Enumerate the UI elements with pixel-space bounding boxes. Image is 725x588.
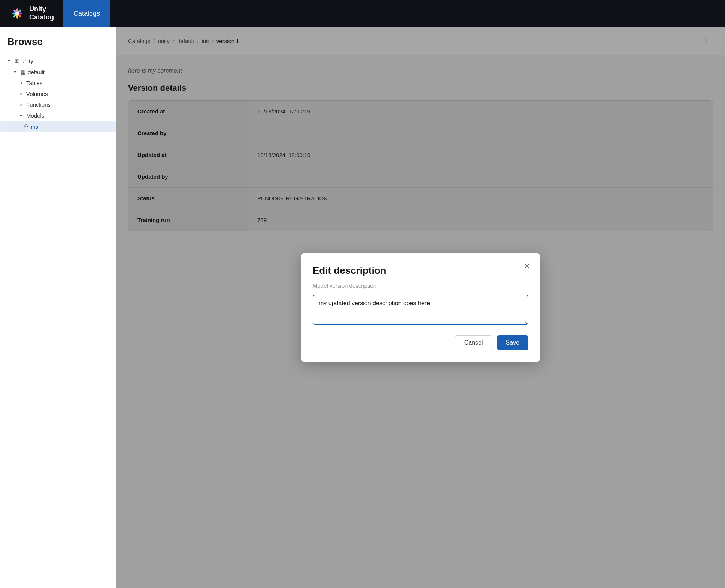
cancel-button[interactable]: Cancel: [455, 335, 492, 350]
dialog-close-button[interactable]: ✕: [521, 260, 533, 272]
sidebar-item-label: default: [28, 69, 45, 75]
dialog-actions: Cancel Save: [313, 335, 528, 350]
sidebar: Browse ▾ ⊞ unity ▾ ▦ default > Tables > …: [0, 27, 116, 588]
modal-overlay: Edit description Model version descripti…: [116, 27, 725, 588]
chevron-right-icon: >: [18, 91, 24, 97]
sidebar-item-label: unity: [21, 58, 33, 64]
logo[interactable]: UnityCatalog: [0, 5, 63, 22]
save-button[interactable]: Save: [497, 335, 528, 350]
sidebar-item-unity[interactable]: ▾ ⊞ unity: [0, 55, 116, 66]
grid-icon: ⊞: [14, 57, 19, 64]
sidebar-item-volumes[interactable]: > Volumes: [0, 88, 116, 99]
description-textarea[interactable]: [313, 295, 528, 325]
sidebar-item-label: Volumes: [26, 91, 48, 97]
svg-point-9: [15, 12, 19, 15]
sidebar-item-label: iris: [31, 124, 38, 130]
sidebar-item-label: Tables: [26, 80, 42, 86]
sidebar-item-tables[interactable]: > Tables: [0, 78, 116, 88]
chevron-right-icon: >: [18, 81, 24, 86]
content-area: Catalogs / unity / default / iris / vers…: [116, 27, 725, 588]
chevron-down-icon: ▾: [6, 58, 12, 63]
sidebar-item-iris[interactable]: ⚇ iris: [0, 121, 116, 132]
dialog-subtitle: Model version description: [313, 282, 528, 289]
sidebar-title: Browse: [0, 36, 116, 55]
chevron-right-icon: >: [18, 102, 24, 107]
sidebar-item-functions[interactable]: > Functions: [0, 99, 116, 110]
dialog-title: Edit description: [313, 265, 528, 276]
logo-text: UnityCatalog: [29, 5, 54, 21]
chevron-down-icon: ▾: [18, 113, 24, 118]
unity-catalog-logo-icon: [9, 5, 25, 22]
sidebar-item-models[interactable]: ▾ Models: [0, 110, 116, 121]
navbar: UnityCatalog Catalogs: [0, 0, 725, 27]
chevron-down-icon: ▾: [12, 69, 18, 75]
table-icon: ▦: [20, 69, 25, 75]
sidebar-item-label: Models: [26, 112, 44, 119]
sidebar-item-default[interactable]: ▾ ▦ default: [0, 66, 116, 78]
model-icon: ⚇: [24, 123, 29, 130]
main-layout: Browse ▾ ⊞ unity ▾ ▦ default > Tables > …: [0, 27, 725, 588]
catalogs-tab[interactable]: Catalogs: [63, 0, 110, 27]
edit-description-dialog: Edit description Model version descripti…: [301, 253, 540, 362]
sidebar-item-label: Functions: [26, 101, 51, 108]
